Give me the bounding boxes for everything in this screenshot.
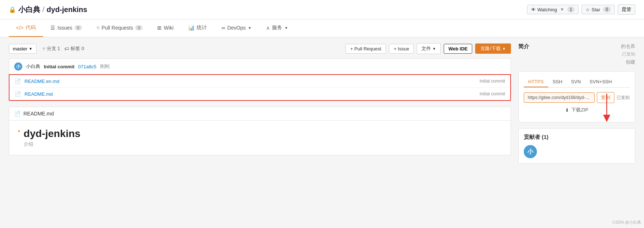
readme-header: 📄 README.md	[9, 107, 511, 121]
wiki-icon: ⊞	[157, 25, 162, 31]
clone-tab-svn[interactable]: SVN	[567, 77, 585, 87]
intro-label: 简介	[518, 43, 529, 50]
download-zip-button[interactable]: ⬇ 下载ZIP	[524, 103, 630, 117]
clone-url-row: https://gitee.com/dyd168/dyd-jenkins 复制 …	[524, 92, 630, 103]
clone-tab-ssh[interactable]: SSH	[548, 77, 567, 87]
copy-button[interactable]: 复制	[597, 92, 614, 103]
contributors-section: 贡献者 (1) 小	[518, 128, 635, 164]
pr-icon: ⑂	[96, 25, 99, 31]
code-icon: </>	[16, 25, 23, 31]
create-label: 创建	[621, 59, 635, 65]
branch-count[interactable]: ⑂ 分支 1	[42, 45, 60, 52]
commit-hash[interactable]: 071a8c5	[78, 64, 96, 69]
services-dropdown-icon: ▼	[284, 26, 288, 30]
branch-name: master	[13, 46, 27, 52]
repo-title: 🔒 小白典 / dyd-jenkins	[9, 5, 87, 15]
header: 🔒 小白典 / dyd-jenkins 👁 Watching ▼ 1 ☆ Sta…	[0, 0, 644, 19]
file-name-1[interactable]: README.md	[24, 91, 476, 97]
tab-devops[interactable]: ∞ DevOps ▼	[214, 20, 259, 37]
username[interactable]: 小白典	[18, 5, 40, 15]
clone-dropdown-icon: ▼	[502, 47, 506, 51]
tab-wiki-label: Wiki	[164, 25, 173, 31]
star-button[interactable]: ☆ Star 0	[582, 5, 615, 14]
tab-wiki[interactable]: ⊞ Wiki	[150, 20, 181, 37]
branch-bar: master ▼ ⑂ 分支 1 🏷 标签 0 + Pull Request +	[9, 43, 511, 54]
commit-message[interactable]: Initial commit	[44, 64, 75, 69]
clone-url-input[interactable]: https://gitee.com/dyd168/dyd-jenkins	[524, 92, 595, 103]
branch-right: + Pull Request + Issue 文件 ▼ Web IDE 克隆/下…	[345, 43, 511, 54]
devops-dropdown-icon: ▼	[248, 26, 251, 30]
tag-count[interactable]: 🏷 标签 0	[64, 45, 84, 52]
issue-button[interactable]: + Issue	[389, 44, 414, 54]
my-repo-label: 的仓库	[621, 43, 635, 50]
lock-icon: 🔒	[9, 6, 16, 13]
file-icon-1: 📄	[15, 91, 21, 97]
file-dropdown-icon: ▼	[432, 47, 436, 51]
file-commit-0: Initial commit	[480, 79, 505, 84]
branch-dropdown-icon: ▼	[29, 47, 33, 51]
branch-info: ⑂ 分支 1 🏷 标签 0	[42, 45, 84, 52]
tab-pull-requests[interactable]: ⑂ Pull Requests 0	[89, 20, 150, 37]
tab-stats-label: 统计	[197, 24, 207, 31]
nav-tabs: </> 代码 ☰ Issues 0 ⑂ Pull Requests 0 ⊞ Wi…	[0, 19, 644, 37]
commit-time: 刚刚	[100, 63, 110, 70]
contributors-title: 贡献者 (1)	[524, 134, 630, 141]
table-row: 📄 README.en.md Initial commit	[10, 75, 510, 88]
left-panel: master ▼ ⑂ 分支 1 🏷 标签 0 + Pull Request +	[9, 43, 511, 164]
tab-devops-label: DevOps	[227, 25, 246, 31]
clone-button[interactable]: 克隆/下载 ▼	[475, 43, 511, 54]
header-actions: 👁 Watching ▼ 1 ☆ Star 0 昆管	[527, 4, 635, 15]
tab-pr-label: Pull Requests	[102, 25, 133, 31]
web-ide-button[interactable]: Web IDE	[444, 44, 473, 54]
tab-code-label: 代码	[26, 24, 36, 31]
tab-services-label: 服务	[272, 24, 282, 31]
star-icon: ☆	[586, 7, 590, 12]
stats-icon: 📊	[188, 25, 194, 31]
watch-count: 1	[567, 7, 575, 12]
star-label: Star	[591, 7, 600, 12]
tab-issues[interactable]: ☰ Issues 0	[43, 20, 89, 37]
clone-tab-https[interactable]: HTTPS	[524, 77, 548, 87]
issues-badge: 0	[75, 25, 82, 30]
manage-button[interactable]: 昆管	[618, 4, 635, 15]
right-panel: 简介 的仓库 已复制 创建 HTTPS SSH SVN SVN+SSH http…	[518, 43, 635, 164]
eye-icon: 👁	[531, 7, 536, 12]
watch-label: Watching	[537, 7, 557, 12]
issues-icon: ☰	[50, 25, 55, 31]
tab-stats[interactable]: 📊 统计	[181, 19, 214, 37]
readme-section: 📄 README.md • dyd-jenkins 介绍	[9, 107, 511, 155]
tab-code[interactable]: </> 代码	[9, 19, 43, 37]
tag-icon: 🏷	[64, 46, 69, 52]
commit-avatar: 小	[14, 62, 22, 71]
commit-author[interactable]: 小白典	[26, 63, 40, 70]
tab-issues-label: Issues	[57, 25, 72, 31]
table-row: 📄 README.md Initial commit	[10, 88, 510, 100]
file-list: 📄 README.en.md Initial commit 📄 README.m…	[9, 74, 511, 101]
repo-name[interactable]: dyd-jenkins	[47, 5, 87, 14]
services-icon: ⋏	[266, 25, 270, 31]
main-content: master ▼ ⑂ 分支 1 🏷 标签 0 + Pull Request +	[0, 37, 644, 170]
clone-section: HTTPS SSH SVN SVN+SSH https://gitee.com/…	[518, 71, 635, 122]
file-commit-1: Initial commit	[480, 91, 505, 96]
already-copied-label: 已复制	[621, 51, 635, 57]
readme-header-label: README.md	[23, 111, 54, 117]
file-button[interactable]: 文件 ▼	[417, 43, 441, 54]
clone-tabs: HTTPS SSH SVN SVN+SSH	[524, 77, 630, 88]
readme-project-name: dyd-jenkins	[24, 128, 81, 140]
contributor-avatar[interactable]: 小	[524, 145, 537, 158]
branch-button[interactable]: master ▼	[9, 44, 37, 54]
readme-dot: •	[18, 128, 20, 134]
separator: /	[42, 5, 45, 14]
file-name-0[interactable]: README.en.md	[24, 79, 476, 84]
readme-header-icon: 📄	[14, 111, 20, 117]
star-count: 0	[603, 7, 611, 12]
download-icon: ⬇	[565, 107, 569, 113]
pull-request-button[interactable]: + Pull Request	[345, 44, 386, 54]
readme-subtitle: 介绍	[24, 141, 81, 148]
clone-tab-svnplusssh[interactable]: SVN+SSH	[585, 77, 616, 87]
file-icon: 📄	[15, 78, 21, 84]
watch-button[interactable]: 👁 Watching ▼ 1	[527, 5, 579, 14]
pr-badge: 0	[135, 25, 143, 30]
tab-services[interactable]: ⋏ 服务 ▼	[259, 19, 295, 37]
download-zip-label: 下载ZIP	[571, 107, 588, 113]
